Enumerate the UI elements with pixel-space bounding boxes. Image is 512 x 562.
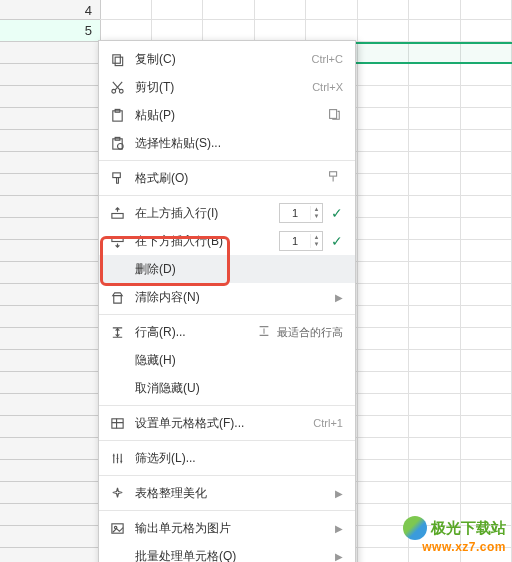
svg-point-3 — [119, 89, 123, 93]
menu-label: 清除内容(N) — [135, 289, 335, 306]
menu-batch-process[interactable]: 批量处理单元格(Q) ▶ — [99, 542, 355, 562]
separator — [99, 475, 355, 476]
menu-label: 复制(C) — [135, 51, 312, 68]
watermark-name: 极光下载站 — [431, 519, 506, 538]
autofit-icon[interactable] — [257, 324, 273, 340]
menu-filter-column[interactable]: 筛选列(L)... — [99, 444, 355, 472]
paste-icon — [107, 105, 127, 125]
sparkle-icon — [107, 483, 127, 503]
separator — [99, 160, 355, 161]
menu-label: 选择性粘贴(S)... — [135, 135, 343, 152]
clear-icon — [107, 287, 127, 307]
autofit-label[interactable]: 最适合的行高 — [277, 325, 343, 340]
menu-hide[interactable]: 隐藏(H) — [99, 346, 355, 374]
menu-shortcut: Ctrl+X — [312, 81, 343, 93]
menu-cut[interactable]: 剪切(T) Ctrl+X — [99, 73, 355, 101]
spinner-arrows[interactable]: ▲▼ — [310, 234, 322, 248]
insert-above-icon — [107, 203, 127, 223]
svg-rect-12 — [111, 213, 122, 218]
menu-label: 格式刷(O) — [135, 170, 327, 187]
row-height-icon — [107, 322, 127, 342]
menu-delete[interactable]: 删除(D) — [99, 255, 355, 283]
menu-table-beautify[interactable]: 表格整理美化 ▶ — [99, 479, 355, 507]
menu-label: 行高(R)... — [135, 324, 257, 341]
separator — [99, 510, 355, 511]
row-count-spinner[interactable]: 1 ▲▼ — [279, 231, 323, 251]
confirm-icon[interactable]: ✓ — [331, 233, 343, 249]
watermark: 极光下载站 www.xz7.com — [403, 516, 506, 554]
spinner-arrows[interactable]: ▲▼ — [310, 206, 322, 220]
menu-paste[interactable]: 粘贴(P) — [99, 101, 355, 129]
svg-point-2 — [111, 89, 115, 93]
menu-label: 输出单元格为图片 — [135, 520, 335, 537]
format-painter-icon — [107, 168, 127, 188]
image-export-icon — [107, 518, 127, 538]
menu-insert-row-below[interactable]: 在下方插入行(B) 1 ▲▼ ✓ — [99, 227, 355, 255]
menu-label: 删除(D) — [135, 261, 343, 278]
menu-unhide[interactable]: 取消隐藏(U) — [99, 374, 355, 402]
insert-below-icon — [107, 231, 127, 251]
menu-label: 批量处理单元格(Q) — [135, 548, 335, 563]
blank-icon — [107, 350, 127, 370]
blank-icon — [107, 378, 127, 398]
submenu-arrow-icon: ▶ — [335, 292, 343, 303]
blank-icon — [107, 259, 127, 279]
menu-label: 隐藏(H) — [135, 352, 343, 369]
blank-icon — [107, 546, 127, 562]
menu-label: 粘贴(P) — [135, 107, 327, 124]
submenu-arrow-icon: ▶ — [335, 551, 343, 562]
spinner-value: 1 — [280, 235, 310, 247]
menu-shortcut: Ctrl+C — [312, 53, 343, 65]
row-header-column: 4 5 — [0, 0, 101, 562]
svg-rect-11 — [330, 172, 337, 176]
separator — [99, 405, 355, 406]
menu-copy[interactable]: 复制(C) Ctrl+C — [99, 45, 355, 73]
watermark-url: www.xz7.com — [403, 540, 506, 554]
paste-special-icon — [107, 133, 127, 153]
separator — [99, 195, 355, 196]
format-painter-apply-icon[interactable] — [327, 170, 343, 186]
separator — [99, 440, 355, 441]
svg-rect-13 — [111, 236, 122, 241]
menu-label: 在上方插入行(I) — [135, 205, 279, 222]
watermark-logo-icon — [403, 516, 427, 540]
submenu-arrow-icon: ▶ — [335, 523, 343, 534]
menu-label: 剪切(T) — [135, 79, 312, 96]
menu-label: 在下方插入行(B) — [135, 233, 279, 250]
separator — [99, 314, 355, 315]
confirm-icon[interactable]: ✓ — [331, 205, 343, 221]
row-count-spinner[interactable]: 1 ▲▼ — [279, 203, 323, 223]
menu-paste-special[interactable]: 选择性粘贴(S)... — [99, 129, 355, 157]
menu-format-cells[interactable]: 设置单元格格式(F)... Ctrl+1 — [99, 409, 355, 437]
submenu-arrow-icon: ▶ — [335, 488, 343, 499]
svg-rect-6 — [330, 110, 337, 119]
menu-row-height[interactable]: 行高(R)... 最适合的行高 — [99, 318, 355, 346]
format-cells-icon — [107, 413, 127, 433]
menu-label: 表格整理美化 — [135, 485, 335, 502]
context-menu: 复制(C) Ctrl+C 剪切(T) Ctrl+X 粘贴(P) 选择性粘贴(S)… — [98, 40, 356, 562]
menu-label: 取消隐藏(U) — [135, 380, 343, 397]
spinner-value: 1 — [280, 207, 310, 219]
menu-label: 筛选列(L)... — [135, 450, 343, 467]
row-header[interactable]: 4 — [0, 0, 100, 20]
svg-rect-1 — [115, 57, 123, 65]
menu-export-cells-image[interactable]: 输出单元格为图片 ▶ — [99, 514, 355, 542]
svg-rect-0 — [112, 54, 120, 62]
copy-icon — [107, 49, 127, 69]
cut-icon — [107, 77, 127, 97]
clipboard-options-icon[interactable] — [327, 107, 343, 123]
svg-rect-14 — [111, 418, 122, 427]
menu-shortcut: Ctrl+1 — [313, 417, 343, 429]
menu-insert-row-above[interactable]: 在上方插入行(I) 1 ▲▼ ✓ — [99, 199, 355, 227]
menu-clear-contents[interactable]: 清除内容(N) ▶ — [99, 283, 355, 311]
filter-icon — [107, 448, 127, 468]
row-header[interactable]: 5 — [0, 20, 100, 42]
menu-label: 设置单元格格式(F)... — [135, 415, 313, 432]
svg-rect-10 — [112, 172, 120, 177]
menu-format-painter[interactable]: 格式刷(O) — [99, 164, 355, 192]
